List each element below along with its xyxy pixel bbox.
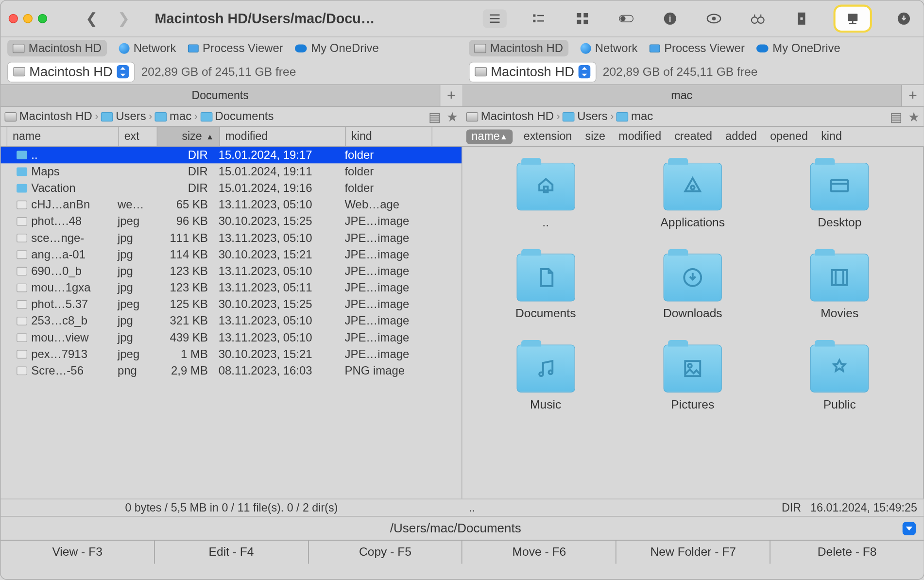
forward-button[interactable]: ❯ <box>118 10 130 28</box>
fav-label: Process Viewer <box>203 41 283 55</box>
grid-folder-public[interactable]: Public <box>776 344 904 411</box>
file-row[interactable]: Scre…-56 png 2,9 MB 08.11.2023, 16:03 PN… <box>0 362 462 379</box>
file-size: 96 KB <box>151 215 213 229</box>
crumb-item[interactable]: mac <box>616 110 653 124</box>
grid-folder-movies[interactable]: Movies <box>776 254 904 321</box>
col-modified[interactable]: modified <box>612 127 668 146</box>
col-extension[interactable]: extension <box>517 127 579 146</box>
crumb-item[interactable]: mac <box>155 110 191 124</box>
fav-item[interactable]: Process Viewer <box>188 41 283 55</box>
star-icon[interactable]: ★ <box>908 109 920 125</box>
fav-item[interactable]: Macintosh HD <box>469 40 568 56</box>
col-size[interactable]: size <box>579 127 612 146</box>
fav-item[interactable]: Process Viewer <box>650 41 745 55</box>
chevron-right-icon: › <box>610 111 614 123</box>
list-icon[interactable]: ▤ <box>890 109 903 125</box>
grid-folder-..[interactable]: .. <box>482 163 609 230</box>
file-name: Scre…-56 <box>31 364 84 378</box>
fav-item[interactable]: Network <box>119 41 176 55</box>
col-size[interactable]: size▲ <box>157 127 220 146</box>
grid-folder-pictures[interactable]: Pictures <box>629 344 756 411</box>
fav-item[interactable]: My OneDrive <box>295 41 378 55</box>
file-row[interactable]: sce…nge- jpg 111 KB 13.11.2023, 05:10 JP… <box>0 230 462 246</box>
grid-folder-applications[interactable]: Applications <box>629 163 756 230</box>
file-row[interactable]: Vacation DIR 15.01.2024, 19:16 folder <box>0 180 462 196</box>
fav-item[interactable]: Macintosh HD <box>7 40 107 56</box>
file-row[interactable]: mou…1gxa jpg 123 KB 13.11.2023, 05:11 JP… <box>0 280 462 296</box>
grid-label: Desktop <box>818 216 861 230</box>
volume-selector-left[interactable]: Macintosh HD <box>7 61 135 82</box>
col-name[interactable]: name <box>7 127 119 146</box>
network-share-icon[interactable] <box>841 9 865 28</box>
fav-item[interactable]: Network <box>581 41 638 55</box>
tab-add-left[interactable]: + <box>440 85 462 106</box>
fkey-button[interactable]: New Folder - F7 <box>616 541 770 564</box>
file-row[interactable]: 690…0_b jpg 123 KB 13.11.2023, 05:10 JPE… <box>0 263 462 279</box>
file-grid-right[interactable]: .. Applications Desktop Documents Downlo… <box>462 147 924 499</box>
file-size: DIR <box>151 181 213 195</box>
back-button[interactable]: ❮ <box>86 10 98 28</box>
file-name: pex…7913 <box>31 347 87 361</box>
fav-item[interactable]: My OneDrive <box>757 41 840 55</box>
maximize-button[interactable] <box>38 14 47 23</box>
view-list-icon[interactable] <box>483 9 507 28</box>
download-icon[interactable] <box>892 9 916 28</box>
archive-icon[interactable] <box>789 9 813 28</box>
tab-right[interactable]: mac <box>462 85 901 106</box>
col-kind[interactable]: kind <box>346 127 432 146</box>
col-name[interactable]: name ▲ <box>466 130 513 144</box>
view-grid-icon[interactable] <box>570 9 594 28</box>
grid-folder-downloads[interactable]: Downloads <box>629 254 756 321</box>
path-text[interactable]: /Users/mac/Documents <box>9 521 903 535</box>
file-row[interactable]: 253…c8_b jpg 321 KB 13.11.2023, 05:10 JP… <box>0 313 462 329</box>
crumb-item[interactable]: Users <box>101 110 146 124</box>
crumb-item[interactable]: Users <box>563 110 608 124</box>
tab-add-right[interactable]: + <box>901 85 924 106</box>
titlebar: ❮ ❯ Macintosh HD/Users/mac/Docu… i <box>0 0 924 36</box>
file-row[interactable]: pex…7913 jpeg 1 MB 30.10.2023, 15:21 JPE… <box>0 346 462 362</box>
col-ext[interactable]: ext <box>119 127 157 146</box>
crumb-item[interactable]: Macintosh HD <box>466 110 554 124</box>
fkey-button[interactable]: Delete - F8 <box>770 541 924 564</box>
folder-icon <box>17 167 27 176</box>
file-row[interactable]: Maps DIR 15.01.2024, 19:11 folder <box>0 163 462 180</box>
file-row[interactable]: mou…view jpg 439 KB 13.11.2023, 05:10 JP… <box>0 329 462 346</box>
file-list-left[interactable]: .. DIR 15.01.2024, 19:17 folder Maps DIR… <box>0 147 462 499</box>
file-row[interactable]: .. DIR 15.01.2024, 19:17 folder <box>0 147 462 163</box>
fkey-button[interactable]: Move - F6 <box>462 541 616 564</box>
preview-icon[interactable] <box>702 9 726 28</box>
view-columns-icon[interactable] <box>527 9 550 28</box>
volume-selector-right[interactable]: Macintosh HD <box>469 61 596 82</box>
file-row[interactable]: phot…5.37 jpeg 125 KB 30.10.2023, 15:25 … <box>0 296 462 313</box>
minimize-button[interactable] <box>23 14 33 23</box>
fkey-button[interactable]: Copy - F5 <box>308 541 462 564</box>
star-icon[interactable]: ★ <box>446 109 459 125</box>
col-created[interactable]: created <box>668 127 719 146</box>
network-share-highlight <box>834 5 872 33</box>
grid-folder-music[interactable]: Music <box>482 344 609 411</box>
file-row[interactable]: phot….48 jpeg 96 KB 30.10.2023, 15:25 JP… <box>0 213 462 230</box>
path-dropdown[interactable] <box>903 522 916 535</box>
grid-folder-documents[interactable]: Documents <box>482 254 609 321</box>
binoculars-icon[interactable] <box>746 9 770 28</box>
col-opened[interactable]: opened <box>764 127 815 146</box>
col-added[interactable]: added <box>719 127 764 146</box>
fkey-button[interactable]: View - F3 <box>0 541 154 564</box>
col-modified[interactable]: modified <box>220 127 346 146</box>
crumb-item[interactable]: Documents <box>200 110 274 124</box>
svg-rect-27 <box>544 187 548 192</box>
file-row[interactable]: ang…a-01 jpg 114 KB 30.10.2023, 15:21 JP… <box>0 246 462 263</box>
svg-rect-10 <box>583 20 588 24</box>
col-kind[interactable]: kind <box>815 127 849 146</box>
file-row[interactable]: cHJ…anBn we… 65 KB 13.11.2023, 05:10 Web… <box>0 197 462 213</box>
toggle-switch-icon[interactable] <box>614 9 638 28</box>
list-icon[interactable]: ▤ <box>428 109 441 125</box>
grid-folder-desktop[interactable]: Desktop <box>776 163 904 230</box>
close-button[interactable] <box>9 14 18 23</box>
hdd-icon <box>13 67 25 76</box>
crumb-item[interactable]: Macintosh HD <box>5 110 92 124</box>
image-file-icon <box>17 350 27 358</box>
fkey-button[interactable]: Edit - F4 <box>154 541 308 564</box>
tab-left[interactable]: Documents <box>0 85 440 106</box>
info-icon[interactable]: i <box>658 9 682 28</box>
